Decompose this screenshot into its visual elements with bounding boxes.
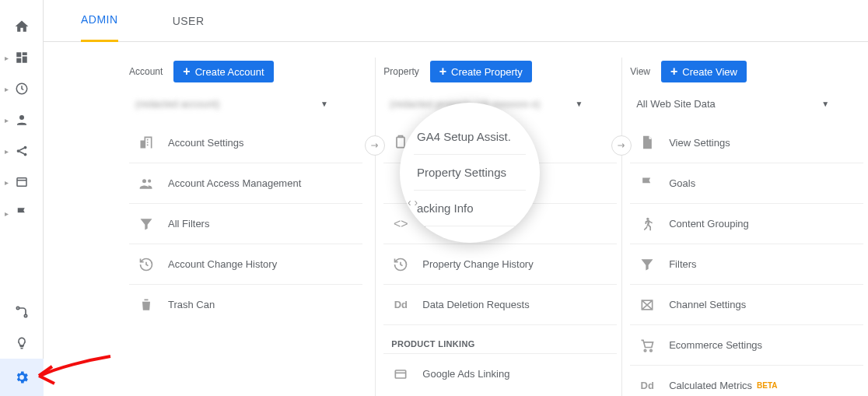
nav-realtime[interactable]: ▸: [0, 73, 44, 104]
menuitem-label: Trash Can: [168, 299, 215, 310]
home-icon: [14, 19, 30, 34]
menuitem-label: Channel Settings: [669, 299, 746, 310]
gear-icon: [14, 370, 30, 385]
code-icon: <>: [391, 215, 410, 233]
dd-icon: Dd: [391, 296, 410, 314]
nav-discover[interactable]: [0, 328, 44, 359]
view-settings[interactable]: View Settings: [630, 122, 863, 163]
product-linking-label: PRODUCT LINKING: [383, 324, 617, 353]
data-deletion-requests[interactable]: Dd Data Deletion Requests: [383, 284, 617, 324]
beta-badge: BETA: [757, 381, 777, 390]
menuitem-label: View Settings: [669, 137, 730, 149]
menuitem-label: Calculated Metrics: [669, 380, 752, 391]
menuitem-label: Goals: [669, 177, 695, 189]
svg-point-8: [142, 179, 146, 183]
history-icon: [137, 255, 156, 274]
trash-icon: [137, 296, 156, 314]
channel-icon: [638, 296, 656, 314]
create-view-label: Create View: [682, 66, 737, 78]
account-column: Account + Create Account (redacted accou…: [129, 58, 375, 396]
create-view-button[interactable]: + Create View: [661, 61, 747, 82]
menuitem-label: Property Change History: [422, 258, 533, 270]
svg-point-7: [24, 314, 26, 317]
building-icon: [137, 133, 156, 152]
swap-icon: [616, 140, 627, 151]
chevron-down-icon: ▼: [320, 100, 328, 108]
view-dropdown[interactable]: All Web Site Data ▼: [630, 93, 832, 114]
nav-customize[interactable]: ▸: [0, 42, 44, 73]
account-dropdown-value: (redacted account): [135, 98, 219, 110]
create-property-label: Create Property: [451, 66, 523, 78]
caret-right-icon: ▸: [5, 147, 9, 156]
history-icon: [391, 255, 410, 274]
svg-point-9: [148, 179, 151, 182]
menuitem-label: Ecommerce Settings: [669, 339, 762, 351]
chevron-down-icon: ▼: [575, 100, 583, 108]
property-label: Property: [383, 66, 418, 77]
lens-row: acking Info: [414, 191, 526, 226]
lens-row: Property Settings: [414, 155, 526, 191]
page-icon: [15, 175, 29, 189]
menuitem-label: Account Settings: [168, 137, 244, 149]
create-account-button[interactable]: + Create Account: [173, 61, 273, 82]
channel-settings[interactable]: Channel Settings: [630, 284, 863, 324]
nav-admin[interactable]: [0, 359, 44, 396]
create-property-button[interactable]: + Create Property: [430, 61, 532, 82]
svg-point-1: [19, 115, 24, 120]
content-grouping[interactable]: Content Grouping: [630, 203, 863, 244]
clock-icon: [15, 82, 29, 96]
caret-right-icon: ▸: [5, 178, 9, 187]
property-change-history[interactable]: Property Change History: [383, 244, 617, 284]
swap-account-property-button[interactable]: [365, 135, 385, 156]
nav-acquisition[interactable]: ▸: [0, 135, 44, 166]
caret-right-icon: ▸: [5, 116, 9, 124]
account-dropdown[interactable]: (redacted account) ▼: [129, 93, 331, 114]
trash-can[interactable]: Trash Can: [129, 284, 362, 324]
tab-bar: ADMIN USER: [44, 0, 868, 42]
lens-row: GA4 Setup Assist.: [414, 119, 526, 155]
people-icon: [137, 174, 156, 193]
caret-right-icon: ▸: [5, 209, 9, 218]
magnifier-annotation: GA4 Setup Assist. Property Settings acki…: [400, 103, 540, 243]
view-column: View + Create View All Web Site Data ▼ V…: [621, 58, 868, 396]
account-change-history[interactable]: Account Change History: [129, 244, 362, 284]
plus-icon: +: [439, 65, 446, 78]
goals[interactable]: Goals: [630, 163, 863, 203]
caret-right-icon: ▸: [5, 54, 9, 62]
svg-rect-11: [396, 370, 406, 378]
svg-point-14: [644, 349, 646, 352]
dd-icon: Dd: [638, 377, 656, 395]
caret-right-icon: ▸: [5, 85, 9, 93]
tab-user[interactable]: USER: [173, 0, 205, 42]
account-label: Account: [129, 66, 163, 77]
view-dropdown-value: All Web Site Data: [636, 98, 716, 110]
calculated-metrics[interactable]: Dd Calculated Metrics BETA: [630, 365, 863, 396]
path-icon: [14, 304, 30, 320]
flag-icon: [15, 206, 29, 220]
share-icon: [15, 144, 29, 158]
nav-home[interactable]: [0, 11, 44, 42]
chevron-down-icon: ▼: [821, 100, 829, 108]
file-icon: [638, 133, 656, 152]
view-label: View: [630, 66, 650, 77]
nav-behavior[interactable]: ▸: [0, 166, 44, 198]
nav-audience[interactable]: ▸: [0, 104, 44, 135]
nav-attribution[interactable]: [0, 296, 44, 328]
swap-property-view-button[interactable]: [611, 135, 632, 156]
tab-admin[interactable]: ADMIN: [81, 0, 118, 42]
account-settings[interactable]: Account Settings: [129, 122, 362, 163]
all-filters[interactable]: All Filters: [129, 203, 362, 244]
nav-conversions[interactable]: ▸: [0, 198, 44, 229]
menuitem-label: Account Change History: [168, 258, 277, 270]
google-ads-linking[interactable]: Google Ads Linking: [383, 353, 617, 394]
flag-icon: [638, 174, 656, 193]
ecommerce-settings[interactable]: Ecommerce Settings: [630, 324, 863, 365]
menuitem-label: All Filters: [168, 218, 209, 230]
menuitem-label: Google Ads Linking: [422, 368, 509, 380]
funnel-icon: [638, 255, 656, 274]
menuitem-label: Account Access Management: [168, 177, 301, 189]
account-access-management[interactable]: Account Access Management: [129, 163, 362, 203]
dashboard-icon: [15, 51, 29, 65]
plus-icon: +: [670, 65, 677, 78]
view-filters[interactable]: Filters: [630, 244, 863, 284]
